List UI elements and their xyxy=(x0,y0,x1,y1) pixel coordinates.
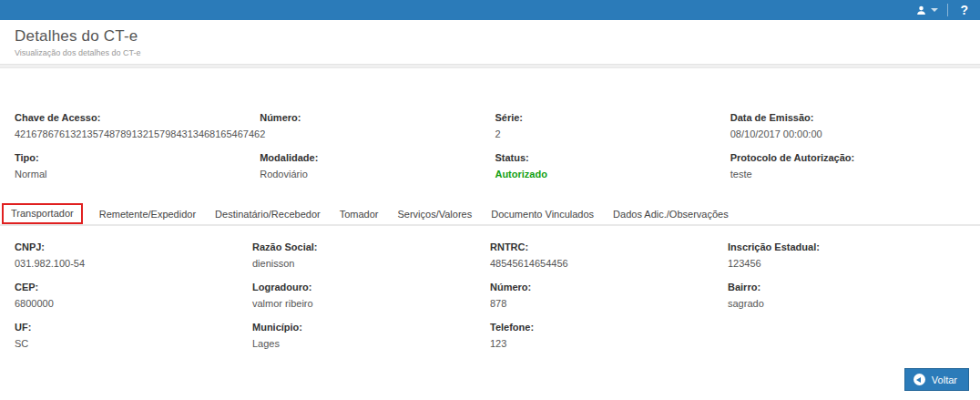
field-label: Bairro: xyxy=(728,282,965,292)
back-button[interactable]: Voltar xyxy=(904,368,969,391)
footer: Voltar xyxy=(0,368,980,391)
field-label: Logradouro: xyxy=(252,282,490,292)
field-value: dienisson xyxy=(252,258,490,269)
field-label: Telefone: xyxy=(490,322,728,333)
field-value: 6800000 xyxy=(15,298,252,309)
field-serie: Série: 2 xyxy=(495,112,730,139)
field-label: RNTRC: xyxy=(490,241,728,252)
field-label: Número: xyxy=(490,282,728,292)
field-value: sagrado xyxy=(728,298,965,309)
status-badge: Autorizado xyxy=(495,169,730,179)
field-label: CEP: xyxy=(15,282,252,292)
transportador-panel: CNPJ: 031.982.100-54 Razão Social: dieni… xyxy=(0,226,980,349)
page-header: Detalhes do CT-e Visualização dos detalh… xyxy=(0,20,980,65)
tab-tomador[interactable]: Tomador xyxy=(331,205,388,224)
tab-destinatario-recebedor[interactable]: Destinatário/Recebedor xyxy=(206,205,330,224)
field-tipo: Tipo: Normal xyxy=(15,152,260,179)
field-value: teste xyxy=(730,169,965,179)
field-value: Lages xyxy=(252,338,490,349)
chevron-down-icon xyxy=(931,8,938,12)
field-value: valmor ribeiro xyxy=(252,298,490,309)
field-value: 2 xyxy=(260,128,495,139)
field-label: Protocolo de Autorização: xyxy=(730,152,965,163)
field-numero-endereco: Número: 878 xyxy=(490,282,728,309)
field-label: Data de Emissão: xyxy=(730,112,965,123)
topbar: ? xyxy=(0,0,980,20)
help-button[interactable]: ? xyxy=(948,0,980,20)
field-numero: Número: 2 xyxy=(260,112,495,139)
field-label: Tipo: xyxy=(15,152,260,163)
detail-tabs: Transportador Remetente/Expedidor Destin… xyxy=(0,203,980,226)
field-logradouro: Logradouro: valmor ribeiro xyxy=(252,282,490,309)
field-bairro: Bairro: sagrado xyxy=(728,282,965,309)
field-value: 123 xyxy=(490,338,728,349)
field-value: 031.982.100-54 xyxy=(15,258,252,269)
field-telefone: Telefone: 123 xyxy=(490,322,728,349)
field-cep: CEP: 6800000 xyxy=(15,282,252,309)
field-value: 4216786761321357487891321579843134681654… xyxy=(15,128,260,139)
field-value: Rodoviário xyxy=(260,169,495,179)
user-menu[interactable] xyxy=(907,0,947,20)
tab-dados-adic-observacoes[interactable]: Dados Adic./Observações xyxy=(604,205,738,224)
field-uf: UF: SC xyxy=(15,322,252,349)
arrow-circle-left-icon xyxy=(914,374,925,385)
field-label: CNPJ: xyxy=(15,241,252,252)
back-button-label: Voltar xyxy=(932,374,957,385)
field-label: Inscrição Estadual: xyxy=(728,241,965,252)
field-label: Número: xyxy=(260,112,495,123)
field-value: 2 xyxy=(495,128,730,139)
field-modalidade: Modalidade: Rodoviário xyxy=(260,152,495,179)
field-value: 878 xyxy=(490,298,728,309)
field-label: Série: xyxy=(495,112,730,123)
field-cnpj: CNPJ: 031.982.100-54 xyxy=(15,241,252,269)
field-label: UF: xyxy=(15,322,252,333)
field-chave-de-acesso: Chave de Acesso: 42167867613213574878913… xyxy=(15,112,260,139)
field-value: SC xyxy=(15,338,252,349)
field-protocolo: Protocolo de Autorização: teste xyxy=(730,152,965,179)
field-data-emissao: Data de Emissão: 08/10/2017 00:00:00 xyxy=(730,112,965,139)
field-label: Razão Social: xyxy=(252,241,490,252)
field-label: Município: xyxy=(252,322,490,333)
field-municipio: Município: Lages xyxy=(252,322,490,349)
tab-documento-vinculados[interactable]: Documento Vinculados xyxy=(482,205,603,224)
page-subtitle: Visualização dos detalhes do CT-e xyxy=(15,48,965,57)
cte-summary: Chave de Acesso: 42167867613213574878913… xyxy=(0,68,980,179)
tab-transportador[interactable]: Transportador xyxy=(2,203,83,224)
tab-remetente-expedidor[interactable]: Remetente/Expedidor xyxy=(90,205,205,224)
field-label: Status: xyxy=(495,152,730,163)
page-title: Detalhes do CT-e xyxy=(15,27,965,46)
field-value: 48545614654456 xyxy=(490,258,728,269)
tab-servicos-valores[interactable]: Serviços/Valores xyxy=(388,205,481,224)
field-value: 123456 xyxy=(728,258,965,269)
field-label: Chave de Acesso: xyxy=(15,112,260,123)
field-rntrc: RNTRC: 48545614654456 xyxy=(490,241,728,269)
field-value: Normal xyxy=(15,169,260,179)
field-inscricao-estadual: Inscrição Estadual: 123456 xyxy=(728,241,965,269)
field-value: 08/10/2017 00:00:00 xyxy=(730,128,965,139)
field-status: Status: Autorizado xyxy=(495,152,730,179)
field-label: Modalidade: xyxy=(260,152,495,163)
field-razao-social: Razão Social: dienisson xyxy=(252,241,490,269)
user-icon xyxy=(916,5,926,15)
